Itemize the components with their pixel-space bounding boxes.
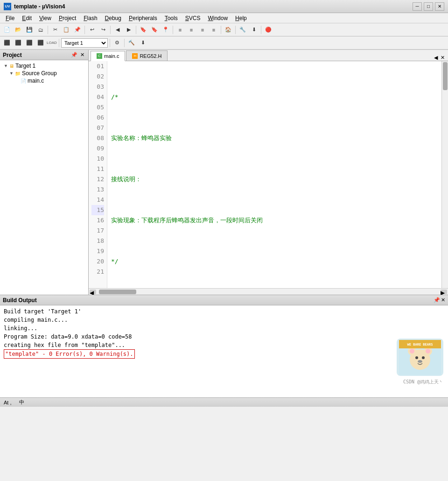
tree-target1[interactable]: ▼ 🖥 Target 1 <box>0 62 88 70</box>
build-line-4: Program Size: data=9.0 xdata=0 code=58 <box>4 332 444 341</box>
menu-edit[interactable]: Edit <box>18 14 35 22</box>
debug-settings-btn[interactable]: 🔧 <box>238 25 248 35</box>
download-btn[interactable]: ⬇ <box>138 38 148 48</box>
tab-pin-btn[interactable]: ◀ <box>433 55 439 61</box>
back-btn[interactable]: ◀ <box>112 25 123 35</box>
save-btn[interactable]: 💾 <box>24 25 35 35</box>
build-line-6: "template" - 0 Error(s), 0 Warning(s). <box>4 349 444 359</box>
code-text: /* <box>111 92 119 102</box>
open-btn[interactable]: 📂 <box>13 25 23 35</box>
build-all-btn[interactable]: 🏠 <box>223 25 233 35</box>
sep7 <box>235 26 236 34</box>
minimize-button[interactable]: ─ <box>413 2 422 11</box>
target-select[interactable]: Target 1 <box>61 38 108 48</box>
bear-svg: WE BARE BEARS <box>399 340 441 375</box>
new-file-btn[interactable]: 📄 <box>2 25 12 35</box>
sep-t3 <box>124 39 125 47</box>
flash-download-btn[interactable]: ⬇ <box>249 25 259 35</box>
bookmark3-btn[interactable]: 📍 <box>161 25 171 35</box>
h-scroll-thumb[interactable] <box>99 290 136 294</box>
target-folder-icon: 🖥 <box>9 64 14 69</box>
undo-btn[interactable]: ↩ <box>87 25 97 35</box>
code-line-4: 实验现象：下载程序后蜂鸣器发出声音，一段时间后关闭 <box>111 215 438 226</box>
tab-reg52h-icon: H <box>132 53 138 59</box>
format2-btn[interactable]: ≡ <box>186 25 196 35</box>
tree-mainc-label: main.c <box>28 78 44 84</box>
main-layout: Project 📌 ✕ ▼ 🖥 Target 1 ▼ 📁 Source Grou… <box>0 50 448 295</box>
sep4 <box>136 26 136 34</box>
redo-btn[interactable]: ↪ <box>98 25 108 35</box>
menu-debug[interactable]: Debug <box>101 14 125 22</box>
line-numbers: 01 02 03 04 05 06 07 08 09 10 11 12 13 1… <box>89 61 107 288</box>
maximize-button[interactable]: □ <box>424 2 433 11</box>
target-settings4[interactable]: ⬛ <box>35 38 46 48</box>
build-panel-pin[interactable]: 📌 <box>434 297 440 303</box>
target-settings2[interactable]: ⬛ <box>13 38 23 48</box>
menu-peripherals[interactable]: Peripherals <box>125 14 161 22</box>
build-line-3: linking... <box>4 324 444 332</box>
code-scroll[interactable]: 01 02 03 04 05 06 07 08 09 10 11 12 13 1… <box>89 61 448 288</box>
code-scrollbar[interactable] <box>441 61 448 288</box>
project-close-btn[interactable]: ✕ <box>79 52 85 58</box>
menu-window[interactable]: Window <box>204 14 231 22</box>
project-panel: Project 📌 ✕ ▼ 🖥 Target 1 ▼ 📁 Source Grou… <box>0 50 89 295</box>
toolbar-main: 📄 📂 💾 🗂 ✂ 📋 📌 ↩ ↪ ◀ ▶ 🔖 🔖 📍 ≡ ≡ ≡ ≡ 🏠 🔧 … <box>0 23 448 36</box>
copy-btn[interactable]: 📋 <box>61 25 71 35</box>
menu-help[interactable]: Help <box>231 14 251 22</box>
sep-t2 <box>110 39 110 47</box>
code-content[interactable]: /* 实验名称：蜂鸣器实验 接线说明： 实验现象：下载程序后蜂鸣器发出声音，一段… <box>107 61 441 288</box>
tab-mainc[interactable]: C main.c <box>91 51 125 61</box>
tab-close-btn[interactable]: ✕ <box>439 55 446 61</box>
menu-project[interactable]: Project <box>55 14 80 22</box>
bookmark-btn[interactable]: 🔖 <box>138 25 148 35</box>
build-header-controls: 📌 ✕ <box>434 297 445 303</box>
forward-btn[interactable]: ▶ <box>124 25 134 35</box>
target-settings1[interactable]: ⬛ <box>2 38 12 48</box>
build-btn[interactable]: 🔨 <box>126 38 137 48</box>
find-btn[interactable]: 🔴 <box>263 25 273 35</box>
tree-source-group[interactable]: ▼ 📁 Source Group <box>0 70 88 77</box>
tab-reg52h[interactable]: H REG52.H <box>126 50 168 61</box>
project-tree: ▼ 🖥 Target 1 ▼ 📁 Source Group 📄 main.c <box>0 60 88 295</box>
tree-target1-label: Target 1 <box>15 63 35 69</box>
menu-tools[interactable]: Tools <box>161 14 182 22</box>
save-all-btn[interactable]: 🗂 <box>35 25 46 35</box>
close-button[interactable]: ✕ <box>435 2 444 11</box>
paste-btn[interactable]: 📌 <box>72 25 83 35</box>
menu-flash[interactable]: Flash <box>80 14 101 22</box>
svg-point-8 <box>418 360 422 363</box>
tab-controls: ◀ ✕ <box>433 55 446 61</box>
bookmark2-btn[interactable]: 🔖 <box>149 25 160 35</box>
target-settings3[interactable]: ⬛ <box>24 38 35 48</box>
format4-btn[interactable]: ≡ <box>209 25 219 35</box>
h-scroll-left-btn[interactable]: ◀ <box>90 290 96 294</box>
target-options-btn[interactable]: ⚙ <box>112 38 122 48</box>
code-scroll-thumb[interactable] <box>443 62 448 90</box>
build-output-title: Build Output <box>3 297 37 304</box>
target-settings5[interactable]: LOAD <box>47 38 57 48</box>
status-position: At , <box>4 400 12 405</box>
menu-svcs[interactable]: SVCS <box>182 14 204 22</box>
build-content: Build target 'Target 1' compiling main.c… <box>0 305 448 397</box>
sep1 <box>48 26 48 34</box>
sep-t1 <box>59 39 59 47</box>
format3-btn[interactable]: ≡ <box>197 25 208 35</box>
svg-text:WE BARE BEARS: WE BARE BEARS <box>407 343 433 347</box>
menu-file[interactable]: File <box>2 14 18 22</box>
status-lang: 中 <box>19 399 24 406</box>
source-group-folder-icon: 📁 <box>15 71 21 76</box>
sep6 <box>221 26 221 34</box>
code-line-3: 接线说明： <box>111 174 438 184</box>
format-btn[interactable]: ≡ <box>175 25 185 35</box>
window-title: template - µVision4 <box>14 3 65 10</box>
svg-point-4 <box>410 349 414 354</box>
tree-mainc[interactable]: 📄 main.c <box>0 77 88 85</box>
project-pin-btn[interactable]: 📌 <box>70 52 78 58</box>
titlebar: UV template - µVision4 ─ □ ✕ <box>0 0 448 13</box>
cut-btn[interactable]: ✂ <box>50 25 60 35</box>
code-text: 实验名称：蜂鸣器实验 <box>111 133 172 143</box>
menu-view[interactable]: View <box>35 14 55 22</box>
horizontal-scrollbar[interactable]: ◀ ▶ <box>89 288 448 295</box>
h-scroll-right-btn[interactable]: ▶ <box>441 290 447 294</box>
build-panel-close[interactable]: ✕ <box>441 297 445 303</box>
